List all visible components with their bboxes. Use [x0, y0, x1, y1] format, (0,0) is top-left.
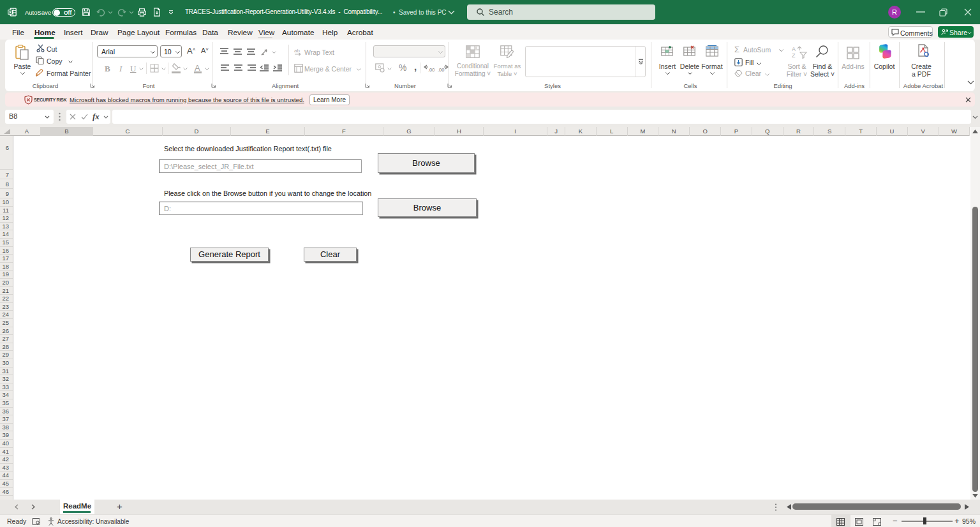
svg-text:Z: Z	[792, 52, 796, 59]
svg-text:ab: ab	[294, 48, 300, 54]
svg-text:.00: .00	[438, 67, 444, 72]
svg-text:.00: .00	[428, 67, 434, 72]
svg-text:A: A	[792, 46, 796, 52]
